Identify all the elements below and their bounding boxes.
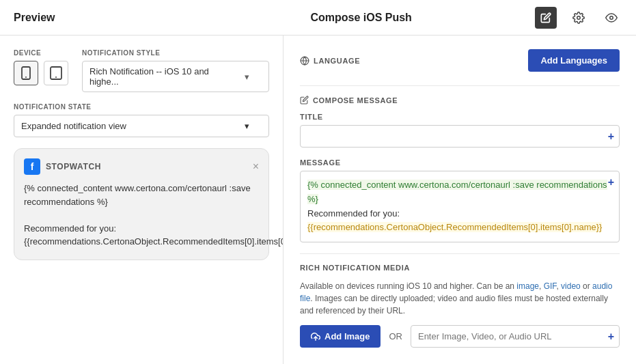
- title-input[interactable]: [300, 125, 620, 148]
- image-link[interactable]: image: [516, 281, 539, 291]
- add-image-button[interactable]: Add Image: [300, 325, 381, 348]
- right-panel: Language Add Languages Compose Message T…: [284, 36, 636, 364]
- notification-state-select[interactable]: Expanded notification view ▾: [14, 115, 269, 137]
- preview-body-line1: {% connected_content www.certona.com/cer…: [24, 183, 251, 207]
- preview-card: f STOPWATCH × {% connected_content www.c…: [14, 148, 269, 260]
- preview-title: Preview: [14, 12, 187, 24]
- gear-icon-button[interactable]: [568, 7, 590, 29]
- media-row: Add Image OR +: [300, 325, 620, 348]
- svg-point-1: [610, 16, 613, 19]
- notification-style-group: Notification Style Rich Notification -- …: [82, 49, 269, 92]
- rich-notification-section: Rich Notification Media Available on dev…: [300, 253, 620, 348]
- device-label: Device: [14, 49, 68, 57]
- message-line3: {{recommendations.CertonaObject.Recommen…: [307, 222, 602, 232]
- rich-notification-label: Rich Notification Media: [300, 264, 620, 272]
- left-panel: Device Notification Style Rich Notificat…: [0, 36, 284, 364]
- main-content: Device Notification Style Rich Notificat…: [0, 36, 636, 364]
- url-plus-button[interactable]: +: [608, 331, 614, 343]
- globe-icon: [300, 56, 309, 66]
- header: Preview Compose iOS Push: [0, 0, 636, 36]
- compose-icon: [300, 96, 309, 104]
- header-actions: [535, 7, 622, 29]
- message-plus-button[interactable]: +: [608, 176, 614, 188]
- notification-state-group: Notification State Expanded notification…: [14, 103, 269, 137]
- preview-body: {% connected_content www.certona.com/cer…: [24, 182, 259, 249]
- phone-button[interactable]: [14, 61, 38, 85]
- message-label: Message: [300, 158, 620, 167]
- title-input-wrapper: +: [300, 125, 620, 148]
- notification-style-select[interactable]: Rich Notification -- iOS 10 and highe...…: [82, 61, 269, 92]
- facebook-icon: f: [24, 158, 40, 175]
- controls-row: Device Notification Style Rich Notificat…: [14, 49, 269, 92]
- notification-state-arrow: ▾: [245, 121, 249, 131]
- title-label: Title: [300, 113, 620, 121]
- notification-state-value: Expanded notification view: [21, 121, 126, 131]
- gif-link[interactable]: GIF: [544, 281, 557, 291]
- url-input[interactable]: [411, 325, 620, 348]
- title-plus-button[interactable]: +: [608, 130, 614, 143]
- or-text: OR: [389, 331, 402, 341]
- notification-state-label: Notification State: [14, 103, 269, 111]
- compose-message-label: Compose Message: [300, 96, 620, 104]
- message-content[interactable]: {% connected_content www.certona.com/cer…: [300, 171, 620, 242]
- title-field-group: Title +: [300, 113, 620, 148]
- preview-app-name: STOPWATCH: [46, 162, 253, 171]
- preview-card-header: f STOPWATCH ×: [24, 158, 259, 175]
- notification-style-label: Notification Style: [82, 49, 269, 57]
- language-row: Language Add Languages: [300, 49, 620, 72]
- message-line2: Recommended for you:: [307, 208, 400, 219]
- app-container: Preview Compose iOS Push Device: [0, 0, 636, 364]
- compose-message-section: Compose Message Title + Message {% conn: [300, 85, 620, 242]
- upload-icon: [311, 332, 320, 341]
- tablet-button[interactable]: [44, 61, 68, 85]
- message-textarea-wrapper: {% connected_content www.certona.com/cer…: [300, 171, 620, 242]
- rich-notification-desc: Available on devices running iOS 10 and …: [300, 280, 620, 317]
- svg-point-0: [577, 16, 581, 19]
- preview-body-line3: Recommended for you: {{recommendations.C…: [24, 223, 284, 247]
- device-group: Device: [14, 49, 68, 85]
- message-field-group: Message {% connected_content www.certona…: [300, 158, 620, 242]
- add-languages-button[interactable]: Add Languages: [528, 49, 620, 72]
- video-link[interactable]: video: [561, 281, 581, 291]
- notification-style-arrow: ▾: [245, 72, 249, 82]
- preview-close-button[interactable]: ×: [253, 160, 259, 173]
- url-input-wrapper: +: [411, 325, 620, 348]
- compose-title: Compose iOS Push: [187, 12, 535, 24]
- pencil-icon-button[interactable]: [535, 7, 557, 29]
- message-line1: {% connected_content www.certona.com/cer…: [307, 180, 607, 204]
- eye-icon-button[interactable]: [600, 7, 622, 29]
- language-label: Language: [300, 56, 360, 66]
- notification-style-value: Rich Notification -- iOS 10 and highe...: [89, 66, 240, 87]
- device-icons: [14, 61, 68, 85]
